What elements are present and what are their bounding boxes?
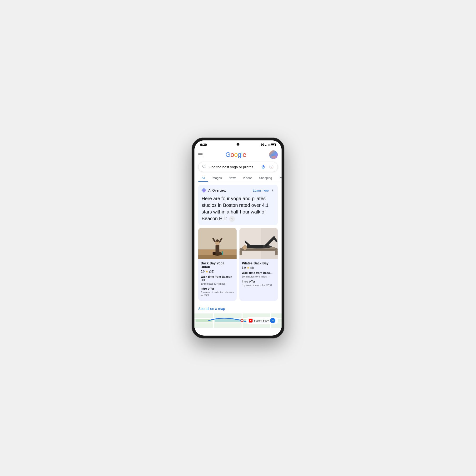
search-icon xyxy=(202,164,206,170)
map-place-label[interactable]: Boston Body xyxy=(246,317,278,324)
filter-tabs: All Images News Videos Shopping Pers… xyxy=(194,174,282,182)
search-bar[interactable]: Find the best yoga or pilates... xyxy=(198,162,278,172)
ai-overview-card: AI Overview Learn more ⋮ Here are four y… xyxy=(198,185,278,225)
svg-rect-22 xyxy=(222,251,223,255)
status-bar: 9:30 5G xyxy=(194,140,282,148)
rating-value-1: 5.0 xyxy=(201,270,205,273)
google-logo: Google xyxy=(225,151,246,158)
studio-name-1: Back Bay Yoga Union xyxy=(201,261,234,269)
learn-more-button[interactable]: Learn more xyxy=(253,189,269,192)
studio-card-2[interactable]: Pilates Back Bay 5.0 ★ (8) Walk time fro… xyxy=(239,228,278,301)
microphone-icon[interactable] xyxy=(260,164,266,170)
phone-frame: 9:30 5G xyxy=(192,137,284,339)
offer-label-1: Intro offer xyxy=(201,287,234,290)
studio-rating-1: 5.0 ★ (32) xyxy=(201,270,234,273)
network-label: 5G xyxy=(261,143,264,146)
youtube-icon xyxy=(249,319,253,323)
map-place-name: Boston Body xyxy=(254,319,269,322)
google-header: Google xyxy=(194,148,282,161)
tab-shopping[interactable]: Shopping xyxy=(255,174,275,182)
tab-images[interactable]: Images xyxy=(208,174,225,182)
svg-point-21 xyxy=(216,239,219,242)
camera-notch xyxy=(237,143,239,146)
see-all-map-button[interactable]: See all on a map xyxy=(194,304,282,313)
svg-marker-48 xyxy=(250,320,252,321)
svg-rect-35 xyxy=(240,251,242,255)
signal-icon xyxy=(265,143,270,146)
svg-rect-36 xyxy=(275,251,278,255)
svg-point-33 xyxy=(243,245,247,250)
svg-point-2 xyxy=(271,154,274,156)
svg-rect-28 xyxy=(241,249,276,250)
svg-point-9 xyxy=(271,166,272,168)
walk-value-1: 10 minutes (0.4 miles) xyxy=(201,282,234,285)
street-view-icon[interactable] xyxy=(270,318,275,323)
walk-label-1: Walk time from Beacon Hill xyxy=(201,275,234,282)
menu-button[interactable] xyxy=(198,153,203,156)
studio-card-2-info: Pilates Back Bay 5.0 ★ (8) Walk time fro… xyxy=(239,259,278,291)
star-icon-1: ★ xyxy=(206,270,208,273)
offer-label-2: Intro offer xyxy=(242,280,275,283)
battery-icon xyxy=(271,143,276,146)
offer-value-2: 3 private lessons for $250 xyxy=(242,284,275,287)
search-query: Find the best yoga or pilates... xyxy=(208,165,258,169)
ai-overview-actions: Learn more ⋮ xyxy=(253,188,274,193)
ai-overview-label: AI Overview xyxy=(208,188,226,192)
studio-card-2-image xyxy=(239,228,278,259)
ai-overview-title-group: AI Overview xyxy=(202,188,226,193)
expand-button[interactable] xyxy=(229,216,235,222)
review-count-2: (8) xyxy=(250,266,254,270)
studio-name-2: Pilates Back Bay xyxy=(242,261,275,265)
rating-value-2: 5.0 xyxy=(242,266,246,270)
more-options-button[interactable]: ⋮ xyxy=(271,188,274,193)
avatar[interactable] xyxy=(269,151,278,159)
studio-cards-container: Back Bay Yoga Union 5.0 ★ (32) Walk time… xyxy=(198,228,278,301)
phone-screen: 9:30 5G xyxy=(194,140,282,336)
walk-label-2: Walk time from Beac… xyxy=(242,271,275,275)
studio-rating-2: 5.0 ★ (8) xyxy=(242,266,275,270)
map-preview[interactable]: Boston Body xyxy=(194,313,282,328)
walk-value-2: 10 minutes (0.4 miles… xyxy=(242,275,275,278)
content-area: Google xyxy=(194,148,282,335)
svg-marker-12 xyxy=(202,188,206,192)
ai-overview-text: Here are four yoga and pilates studios i… xyxy=(202,195,274,222)
ai-overview-header: AI Overview Learn more ⋮ xyxy=(202,188,274,193)
tab-personal[interactable]: Pers… xyxy=(275,174,282,182)
svg-point-50 xyxy=(272,320,273,321)
status-icons: 5G xyxy=(261,143,276,146)
ai-diamond-icon xyxy=(202,188,206,193)
status-time: 9:30 xyxy=(200,143,207,147)
studio-card-1-image xyxy=(198,228,237,259)
offer-value-1: 3 weeks of unlimited classes for $49 xyxy=(201,291,234,297)
svg-line-4 xyxy=(205,167,205,168)
google-lens-icon[interactable] xyxy=(269,164,274,170)
tab-videos[interactable]: Videos xyxy=(240,174,256,182)
star-icon-2: ★ xyxy=(247,266,249,270)
tab-all[interactable]: All xyxy=(198,174,208,182)
tab-news[interactable]: News xyxy=(225,174,240,182)
svg-point-47 xyxy=(241,320,243,321)
review-count-1: (32) xyxy=(209,270,214,273)
svg-rect-5 xyxy=(263,165,264,167)
svg-rect-15 xyxy=(198,255,237,259)
svg-rect-23 xyxy=(213,252,216,255)
svg-rect-17 xyxy=(216,245,220,253)
studio-card-1-info: Back Bay Yoga Union 5.0 ★ (32) Walk time… xyxy=(198,259,237,301)
studio-card-1[interactable]: Back Bay Yoga Union 5.0 ★ (32) Walk time… xyxy=(198,228,237,301)
